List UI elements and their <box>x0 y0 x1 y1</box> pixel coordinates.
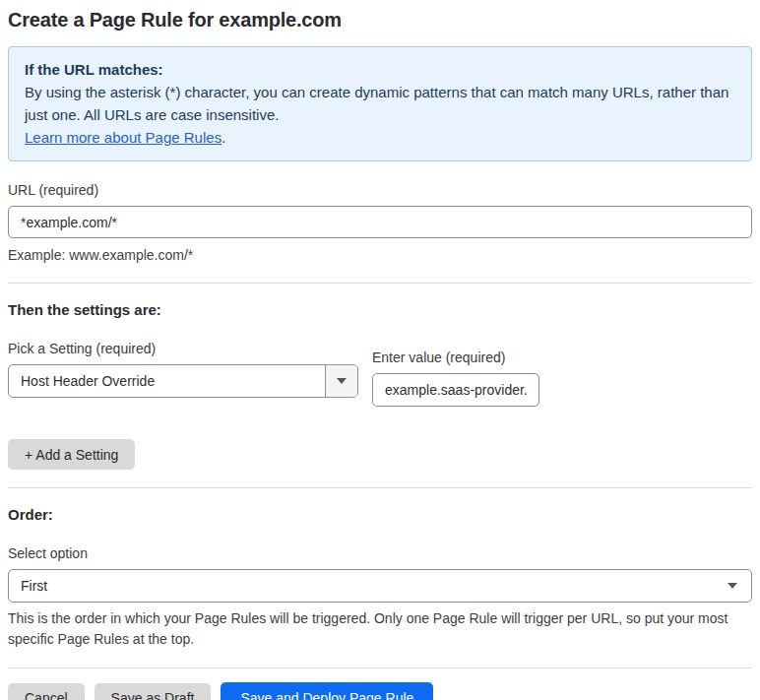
divider <box>8 283 752 284</box>
enter-value-label: Enter value (required) <box>372 350 539 365</box>
order-helper-text: This is the order in which your Page Rul… <box>8 608 744 650</box>
save-deploy-button[interactable]: Save and Deploy Page Rule <box>221 682 433 700</box>
info-box-body: By using the asterisk (*) character, you… <box>25 81 735 126</box>
add-setting-button[interactable]: + Add a Setting <box>8 439 135 470</box>
url-input[interactable] <box>8 206 752 238</box>
save-draft-button[interactable]: Save as Draft <box>95 683 212 700</box>
url-label: URL (required) <box>8 182 752 198</box>
page-title: Create a Page Rule for example.com <box>8 9 752 32</box>
divider <box>8 487 752 488</box>
learn-more-link[interactable]: Learn more about Page Rules <box>25 129 222 146</box>
url-match-info-box: If the URL matches: By using the asteris… <box>8 46 752 161</box>
order-select-value: First <box>21 578 728 594</box>
setting-select-value: Host Header Override <box>9 365 325 397</box>
url-example-helper: Example: www.example.com/* <box>8 245 752 265</box>
divider <box>8 668 752 668</box>
link-suffix: . <box>222 129 225 146</box>
pick-setting-column: Pick a Setting (required) Host Header Ov… <box>8 341 358 398</box>
setting-select-arrow-button[interactable] <box>325 365 357 397</box>
info-box-link-line: Learn more about Page Rules. <box>25 126 735 149</box>
info-box-heading: If the URL matches: <box>25 58 735 81</box>
setting-select[interactable]: Host Header Override <box>8 364 358 398</box>
page-rule-form: Create a Page Rule for example.com If th… <box>0 0 760 700</box>
setting-value-input[interactable] <box>372 373 539 407</box>
footer-actions: Cancel Save as Draft Save and Deploy Pag… <box>8 682 752 700</box>
order-select-label: Select option <box>8 545 752 561</box>
enter-value-column: Enter value (required) <box>372 350 539 407</box>
cancel-button[interactable]: Cancel <box>8 683 85 700</box>
order-heading: Order: <box>8 506 752 523</box>
settings-heading: Then the settings are: <box>8 301 752 318</box>
pick-setting-label: Pick a Setting (required) <box>8 341 358 356</box>
chevron-down-icon <box>728 583 737 589</box>
order-select[interactable]: First <box>8 569 752 603</box>
chevron-down-icon <box>337 378 347 384</box>
setting-row: Pick a Setting (required) Host Header Ov… <box>8 341 752 407</box>
